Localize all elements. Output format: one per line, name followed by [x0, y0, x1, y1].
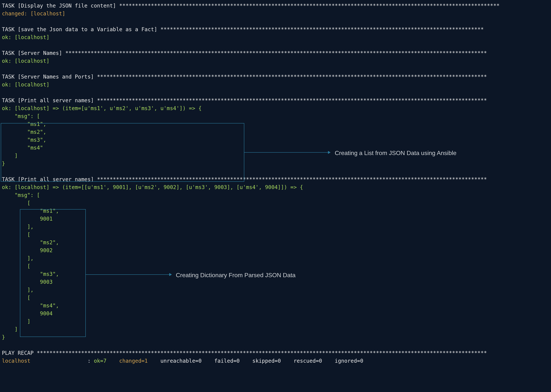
entry-close: ],: [0, 286, 551, 294]
arrow-line-2: [86, 274, 169, 275]
entry-port: 9002: [0, 246, 551, 254]
entry-name: "ms1",: [0, 207, 551, 215]
entry-close: ],: [0, 223, 551, 231]
task-header: TASK [Print all server names] **********…: [0, 175, 551, 183]
entry-port: 9001: [0, 215, 551, 223]
arrow-head-icon: [169, 273, 172, 276]
list-item: "ms3",: [0, 136, 551, 144]
entry-close: ],: [0, 254, 551, 262]
entry-open: [: [0, 231, 551, 239]
task-status: changed: [localhost]: [0, 10, 551, 18]
task-output-line: ok: [localhost] => (item=[[u'ms1', 9001]…: [0, 183, 551, 191]
entry-open: [: [0, 199, 551, 207]
entry-close: ]: [0, 318, 551, 325]
entry-port: 9004: [0, 310, 551, 318]
task-header: TASK [Server Names] ********************…: [0, 49, 551, 57]
annotation-list: Creating a List from JSON Data using Ans…: [335, 148, 456, 157]
task-header: TASK [save the Json data to a Variable a…: [0, 26, 551, 34]
brace-close: }: [0, 160, 551, 168]
entry-open: [: [0, 294, 551, 302]
play-recap-line: localhost : ok=7 changed=1 unreachable=0…: [0, 357, 551, 365]
terminal-output: TASK [Display the JSON file content] ***…: [0, 0, 551, 367]
play-recap-header: PLAY RECAP *****************************…: [0, 349, 551, 357]
entry-name: "ms2",: [0, 239, 551, 246]
task-status: ok: [localhost]: [0, 34, 551, 41]
list-item: "ms2",: [0, 128, 551, 136]
list-item: "ms1",: [0, 120, 551, 128]
msg-close: ]: [0, 152, 551, 160]
arrow-head-icon: [328, 151, 331, 154]
task-output-line: ok: [localhost] => (item=[u'ms1', u'ms2'…: [0, 105, 551, 112]
task-header: TASK [Print all server names] **********…: [0, 97, 551, 105]
entry-open: [: [0, 262, 551, 270]
msg-open: "msg": [: [0, 112, 551, 120]
list-item: "ms4": [0, 144, 551, 152]
msg-open: "msg": [: [0, 191, 551, 199]
task-header: TASK [Server Names and Ports] **********…: [0, 73, 551, 81]
arrow-line-1: [244, 152, 328, 153]
annotation-dict: Creating Dictionary From Parsed JSON Dat…: [176, 271, 296, 280]
brace-close: }: [0, 333, 551, 341]
msg-close: ]: [0, 325, 551, 333]
task-status: ok: [localhost]: [0, 57, 551, 65]
task-header: TASK [Display the JSON file content] ***…: [0, 2, 551, 10]
entry-name: "ms4",: [0, 302, 551, 310]
task-status: ok: [localhost]: [0, 81, 551, 89]
